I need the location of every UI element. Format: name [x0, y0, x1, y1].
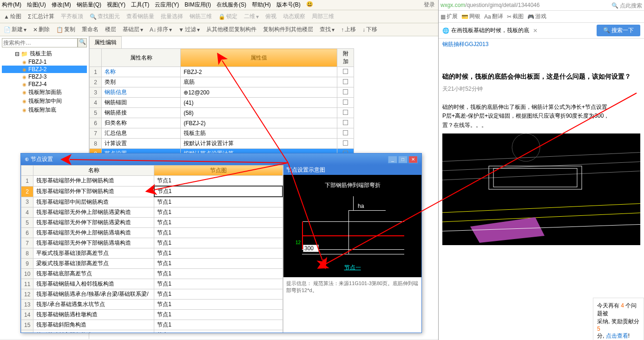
table-row[interactable]: 1筏形基础端部外伸上部钢筋构造节点1: [21, 176, 283, 187]
login-link[interactable]: 登录: [424, 1, 435, 9]
filter-button[interactable]: ▼ 过滤 ▾: [177, 25, 202, 34]
bend-length-input[interactable]: [303, 245, 319, 252]
menu-item[interactable]: 帮助(H): [252, 1, 271, 9]
table-row[interactable]: 10筏形基础底部高差节点节点1: [21, 269, 283, 279]
copy-button[interactable]: 📋 复制: [54, 25, 77, 34]
page-body: P层+高差-保护层+设定锚固，根据图纸只应该弯折90度长度为300，: [439, 112, 644, 120]
table-row[interactable]: 14筏形基础钢筋遇柱墩构造节点1: [21, 310, 283, 320]
batch-button[interactable]: 批量选择: [159, 12, 185, 21]
menu-item[interactable]: 工具(T): [131, 1, 149, 9]
menu-item[interactable]: 构件(M): [2, 1, 21, 9]
menu-item[interactable]: 在线服务(S): [217, 1, 246, 9]
svg-point-9: [512, 133, 540, 161]
menu-item[interactable]: 云应用(Y): [155, 1, 179, 9]
tree-item[interactable]: ◉ FBZJ-4: [2, 80, 87, 88]
table-row[interactable]: 7筏形基础端部无外伸下部钢筋遇墙构造节点1: [21, 238, 283, 248]
table-row[interactable]: 2类别底筋: [90, 77, 354, 87]
table-row[interactable]: 15筏形基础斜阳角构造节点1: [21, 320, 283, 330]
table-row[interactable]: 6归类名称(FBZJ-2): [90, 118, 354, 128]
node-settings-dialog: ⊕ 节点设置 _ □ ✕ 名称节点图 1筏形基础端部外伸上部钢筋构造节点12筏形…: [20, 153, 422, 333]
menu-item[interactable]: 钢筋量(Q): [77, 1, 101, 9]
bank-button[interactable]: 💳 网银: [461, 13, 480, 20]
table-row[interactable]: 5筏形基础端部无外伸下部钢筋遇梁构造节点1: [21, 218, 283, 228]
copyfrom-button[interactable]: 从其他楼层复制构件: [204, 25, 258, 34]
copyto-button[interactable]: 复制构件到其他楼层: [261, 25, 315, 34]
tree-item[interactable]: ◉ FBZJ-3: [2, 73, 87, 80]
rebar-button[interactable]: 查看钢筋量: [125, 12, 156, 21]
diagram-text: 下部钢筋伸到端部弯折: [283, 181, 421, 189]
table-row[interactable]: 13筏形/承台基础遇集水坑节点节点1: [21, 300, 283, 310]
menu-item[interactable]: 版本号(B): [276, 1, 301, 9]
page-link[interactable]: 钢筋抽样GGJ2013: [439, 39, 644, 50]
dim-select[interactable]: 二维 ▾: [242, 12, 261, 21]
find-button[interactable]: 查找 ▾: [318, 25, 336, 34]
down-button[interactable]: ↓ 下移: [361, 25, 379, 34]
node-label[interactable]: 节点一: [283, 264, 421, 272]
browser-tab[interactable]: 🌐 在画筏板基础的时候，筏板的底 ✕ 🔍 搜索一下: [439, 23, 644, 39]
menu-item[interactable]: BIM应用(I): [184, 1, 211, 9]
floor-select[interactable]: 基础层 ▾: [121, 25, 145, 34]
new-button[interactable]: 📄 新建 ▾: [2, 25, 28, 34]
menu-item[interactable]: 绘图(U): [27, 1, 46, 9]
table-row[interactable]: 11筏形基础钢筋锚入相邻筏板构造节点1: [21, 279, 283, 289]
table-row[interactable]: 6筏形基础端部无外伸上部钢筋遇墙构造节点1: [21, 228, 283, 238]
search-button[interactable]: 🔍: [78, 38, 87, 47]
dyn-button[interactable]: 动态观察: [281, 12, 307, 21]
table-row[interactable]: 4筏形基础端部无外伸上部钢筋遇梁构造节点1: [21, 207, 283, 218]
table-row[interactable]: 7汇总信息筏板主筋: [90, 128, 354, 139]
diagram-hint: 提示信息： 规范算法：来源11G101-3第80页。底筋伸到端部弯折12*d。: [283, 277, 421, 297]
property-table: 属性名称属性值附加 1名称FBZJ-22类别底筋3钢筋信息⊕12@2004钢筋锚…: [89, 48, 354, 169]
tree-item[interactable]: ◉ 筏板附加中间: [2, 97, 87, 106]
trans-button[interactable]: Aa 翻译: [484, 13, 503, 20]
ext-button[interactable]: ▦ 扩展: [440, 13, 458, 20]
close-button[interactable]: ✕: [408, 156, 418, 163]
flat-button[interactable]: 平齐板顶: [59, 12, 85, 21]
page-time: 天21小时52分钟: [439, 85, 644, 93]
property-tab[interactable]: 属性编辑: [89, 36, 122, 48]
tree-root[interactable]: ⊟ 📁 筏板主筋: [2, 49, 87, 58]
shot-button[interactable]: ✂ 截图: [507, 13, 524, 20]
table-row[interactable]: 16筏形基础斜交阴角构造节点1: [21, 330, 283, 333]
maximize-button[interactable]: □: [398, 156, 407, 163]
table-row[interactable]: 3筏形基础端部中间层钢筋构造节点1: [21, 197, 283, 207]
r3d-button[interactable]: 钢筋三维: [188, 12, 214, 21]
tree-item[interactable]: ◉ 筏板附加底: [2, 106, 87, 114]
up-button[interactable]: ↑ 上移: [339, 25, 358, 34]
rename-button[interactable]: 重命名: [80, 25, 100, 34]
part3d-button[interactable]: 局部三维: [310, 12, 336, 21]
page-image: [442, 133, 640, 245]
diagram-title: 节点设置示意图: [283, 165, 421, 175]
lock-button[interactable]: 🔒 锁定: [217, 12, 239, 21]
find-button[interactable]: 🔍 查找图元: [88, 12, 122, 21]
page-body: 置？在线等。。。: [439, 121, 644, 130]
svg-line-2: [442, 171, 640, 180]
table-row[interactable]: 9梁板式筏形基础顶部高差节点节点1: [21, 259, 283, 269]
delete-button[interactable]: ✕ 删除: [31, 25, 52, 34]
sum-button[interactable]: Σ 汇总计算: [26, 12, 56, 21]
menu-item[interactable]: 视图(Y): [107, 1, 125, 9]
table-row[interactable]: 3钢筋信息⊕12@200: [90, 87, 354, 98]
game-button[interactable]: 🎮 游戏: [527, 13, 546, 20]
view-link[interactable]: 点击查看: [606, 333, 628, 339]
table-row[interactable]: 8平板式筏形基础顶部高差节点节点1: [21, 248, 283, 259]
table-row[interactable]: 8计算设置按默认计算设置计算: [90, 139, 354, 149]
menu-item[interactable]: 修改(M): [52, 1, 71, 9]
draw-button[interactable]: ▲ 绘图: [2, 12, 23, 21]
tree-item[interactable]: ◉ FBZJ-1: [2, 58, 87, 66]
table-row[interactable]: 1名称FBZJ-2: [90, 67, 354, 77]
table-row[interactable]: 2筏形基础端部外伸下部钢筋构造节点1: [21, 186, 283, 197]
table-row[interactable]: 5钢筋搭接(58): [90, 108, 354, 118]
tree-item-selected[interactable]: ◉ FBZJ-2: [2, 66, 87, 73]
table-row[interactable]: 4钢筋锚固(41): [90, 98, 354, 108]
page-body: 础的时候，筏板的底筋伸出了板面，钢筋计算公式为净长+节点设置: [439, 103, 644, 112]
dialog-titlebar[interactable]: ⊕ 节点设置 _ □ ✕: [21, 153, 421, 165]
search-input[interactable]: [2, 38, 78, 47]
minimize-button[interactable]: _: [388, 156, 397, 163]
address-bar[interactable]: wxgx.com/question/gimq/detail/1344046 🔍 …: [439, 0, 644, 11]
col-add: 附加: [337, 49, 354, 67]
sort-button[interactable]: A↓ 排序 ▾: [148, 25, 174, 34]
tree-item[interactable]: ◉ 筏板附加面筋: [2, 88, 87, 97]
table-row[interactable]: 12筏形基础钢筋遇承台/独基/承台梁/基础联系梁/节点1: [21, 289, 283, 300]
look-button[interactable]: 俯视: [263, 12, 278, 21]
search-button[interactable]: 🔍 搜索一下: [597, 25, 640, 36]
